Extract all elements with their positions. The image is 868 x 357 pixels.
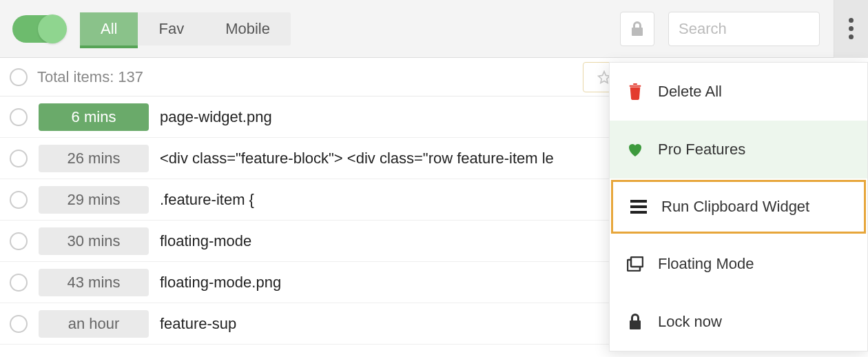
menu-lock-now[interactable]: Lock now <box>610 293 867 351</box>
row-radio[interactable] <box>10 150 28 167</box>
menu-label: Delete All <box>658 83 722 101</box>
menu-pro-features[interactable]: Pro Features <box>610 121 867 178</box>
top-toolbar: All Fav Mobile <box>0 0 868 58</box>
menu-label: Pro Features <box>658 141 745 159</box>
row-radio[interactable] <box>10 315 28 333</box>
menu-label: Floating Mode <box>658 255 754 273</box>
tab-all[interactable]: All <box>80 12 138 45</box>
row-radio[interactable] <box>10 274 28 292</box>
item-text: page-widget.png <box>160 108 272 126</box>
total-items-label: Total items: 137 <box>37 68 143 86</box>
menu-run-widget[interactable]: Run Clipboard Widget <box>611 180 866 234</box>
menu-label: Lock now <box>658 313 722 331</box>
row-radio[interactable] <box>10 108 28 126</box>
lock-icon <box>626 314 644 330</box>
time-badge: 6 mins <box>39 103 149 131</box>
item-text: floating-mode.png <box>160 274 281 292</box>
item-text: <div class="feature-block"> <div class="… <box>160 150 554 167</box>
time-badge: 30 mins <box>39 227 149 255</box>
item-text: .feature-item { <box>160 191 254 209</box>
tab-mobile[interactable]: Mobile <box>205 12 291 45</box>
lock-button[interactable] <box>620 12 654 46</box>
menu-delete-all[interactable]: Delete All <box>610 63 867 121</box>
svg-rect-5 <box>630 205 647 208</box>
more-dropdown: Delete All Pro Features Run Clipboard Wi… <box>609 62 868 351</box>
item-text: feature-sup <box>160 315 236 333</box>
item-text: floating-mode <box>160 232 251 250</box>
lock-icon <box>630 21 644 37</box>
search-box[interactable] <box>668 12 820 46</box>
enable-toggle[interactable] <box>12 15 66 43</box>
more-menu-button[interactable] <box>834 0 868 58</box>
window-icon <box>626 256 644 272</box>
trash-icon <box>626 83 644 100</box>
time-badge: 29 mins <box>39 186 149 214</box>
row-radio[interactable] <box>10 232 28 250</box>
filter-tabs: All Fav Mobile <box>80 12 291 45</box>
widget-icon <box>630 200 648 214</box>
row-radio[interactable] <box>10 191 28 209</box>
svg-rect-8 <box>631 257 643 267</box>
menu-label: Run Clipboard Widget <box>661 198 809 216</box>
heart-icon <box>626 142 644 157</box>
menu-floating-mode[interactable]: Floating Mode <box>610 235 867 293</box>
select-all-radio[interactable] <box>10 68 28 86</box>
svg-rect-4 <box>630 200 647 203</box>
toggle-knob <box>38 14 67 43</box>
svg-rect-6 <box>630 211 647 214</box>
time-badge: 26 mins <box>39 145 149 172</box>
tab-fav[interactable]: Fav <box>138 12 205 45</box>
time-badge: 43 mins <box>39 269 149 296</box>
time-badge: an hour <box>39 310 149 338</box>
